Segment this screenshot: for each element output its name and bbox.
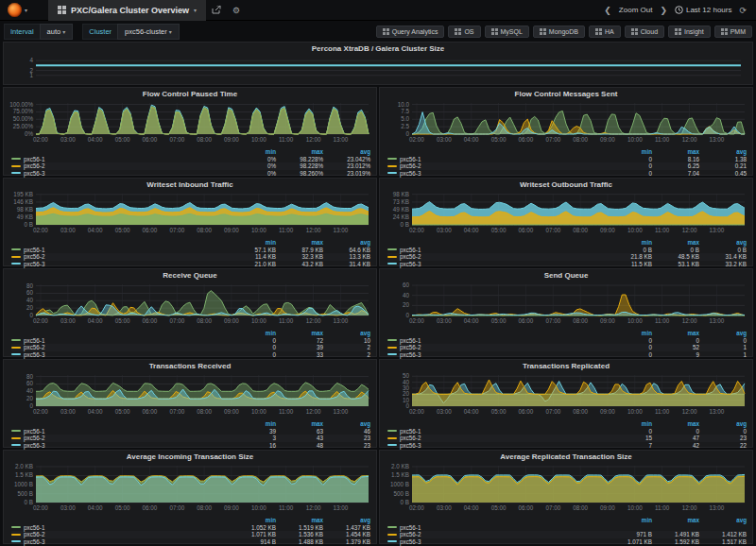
legend-header-min[interactable]: min [605,420,652,427]
chart-area[interactable]: 421 [4,54,747,84]
legend-series-pxc56-3[interactable]: pxc56-3 [11,351,229,358]
cluster-value-dropdown[interactable]: pxc56-cluster ▾ [117,24,180,40]
chart-area[interactable]: 02:0003:0004:0005:0006:0007:0008:0009:00… [4,281,374,326]
legend-header-avg[interactable]: avg [323,330,370,336]
legend-series-pxc56-2[interactable]: pxc56-2 [387,344,605,350]
legend-header-max[interactable]: max [276,239,323,246]
legend-header-min[interactable]: min [605,330,652,336]
legend-header-max[interactable]: max [276,420,323,427]
legend-series-pxc56-3[interactable]: pxc56-3 [11,170,229,177]
chart-area[interactable]: 02:0003:0004:0005:0006:0007:0008:0009:00… [4,462,374,513]
share-icon[interactable] [206,6,227,15]
legend-series-pxc56-2[interactable]: pxc56-2 [387,253,605,260]
legend-header-min[interactable]: min [605,517,652,523]
legend-header-min[interactable]: min [605,239,652,246]
panel-title[interactable]: Percona XtraDB / Galera Cluster Size [4,43,752,54]
legend-header-min[interactable]: min [229,239,276,246]
nav-link-query-analytics[interactable]: Query Analytics [376,26,445,38]
panel-title[interactable]: Average Replicated Transaction Size [380,451,752,462]
legend-series-pxc56-1[interactable]: pxc56-1 [387,156,605,162]
panel-title[interactable]: Transactions Received [4,360,376,371]
nav-link-ha[interactable]: HA [589,26,621,38]
nav-link-mongodb[interactable]: MongoDB [533,26,585,38]
legend-series-pxc56-3[interactable]: pxc56-3 [387,538,605,545]
chart-area[interactable]: 02:0003:0004:0005:0006:0007:0008:0009:00… [380,371,750,417]
legend-series-pxc56-2[interactable]: pxc56-2 [11,531,229,537]
zoom-out-left-icon[interactable]: ❮ [604,6,611,15]
nav-link-mysql[interactable]: MySQL [485,26,529,38]
chart-area[interactable]: 02:0003:0004:0005:0006:0007:0008:0009:00… [380,281,750,326]
legend-header-avg[interactable]: avg [323,239,370,246]
legend-series-pxc56-1[interactable]: pxc56-1 [11,247,229,253]
chart-area[interactable]: 02:0003:0004:0005:0006:0007:0008:0009:00… [380,462,750,513]
legend-series-pxc56-1[interactable]: pxc56-1 [11,524,229,531]
legend-series-pxc56-3[interactable]: pxc56-3 [11,538,229,545]
zoom-out-button[interactable]: Zoom Out [619,6,653,14]
chart-area[interactable]: 02:0003:0004:0005:0006:0007:0008:0009:00… [4,190,374,235]
legend-header-avg[interactable]: avg [699,239,747,246]
legend-header-avg[interactable]: avg [323,420,370,427]
chart-area[interactable]: 02:0003:0004:0005:0006:0007:0008:0009:00… [4,371,374,417]
panel-title[interactable]: Transactions Replicated [380,360,752,371]
legend-header-max[interactable]: max [652,239,699,246]
legend-header-max[interactable]: max [652,517,699,523]
legend-header-avg[interactable]: avg [323,517,370,523]
legend-header-min[interactable]: min [229,330,276,336]
legend-series-pxc56-2[interactable]: pxc56-2 [387,435,605,441]
legend-header-min[interactable]: min [229,148,276,155]
legend-series-pxc56-2[interactable]: pxc56-2 [11,344,229,350]
legend-series-pxc56-1[interactable]: pxc56-1 [11,156,229,162]
chart-area[interactable]: 02:0003:0004:0005:0006:0007:0008:0009:00… [380,190,750,235]
legend-series-pxc56-3[interactable]: pxc56-3 [387,170,605,177]
legend-series-pxc56-1[interactable]: pxc56-1 [387,247,605,253]
panel-title[interactable]: Writeset Outbound Traffic [380,179,752,190]
panel-title[interactable]: Flow Control Paused Time [4,88,376,99]
interval-value-dropdown[interactable]: auto ▾ [40,24,74,40]
grafana-menu[interactable]: ▾ [0,3,35,17]
nav-link-os[interactable]: OS [448,26,480,38]
legend-series-pxc56-2[interactable]: pxc56-2 [11,435,229,441]
legend-header-avg[interactable]: avg [699,517,747,523]
legend-header-max[interactable]: max [652,148,699,155]
time-range-picker[interactable]: Last 12 hours [675,6,731,14]
dashboard-title-chip[interactable]: PXC/Galera Cluster Overview ▾ [48,0,206,21]
legend-header-max[interactable]: max [276,517,323,523]
refresh-icon[interactable]: ⟳ [739,6,747,15]
legend-series-pxc56-1[interactable]: pxc56-1 [387,337,605,344]
legend-header-avg[interactable]: avg [699,420,747,427]
legend-series-pxc56-3[interactable]: pxc56-3 [387,442,605,449]
legend-header-avg[interactable]: avg [699,330,747,336]
panel-title[interactable]: Writeset Inbound Traffic [4,179,376,190]
legend-series-pxc56-1[interactable]: pxc56-1 [11,337,229,344]
gear-icon[interactable]: ⚙ [227,6,246,15]
zoom-out-right-icon[interactable]: ❯ [660,6,667,15]
legend-series-pxc56-3[interactable]: pxc56-3 [11,261,229,267]
panel-title[interactable]: Receive Queue [4,269,376,281]
legend-series-pxc56-1[interactable]: pxc56-1 [387,524,605,531]
chart-area[interactable]: 02:0003:0004:0005:0006:0007:0008:0009:00… [4,99,374,145]
legend-header-min[interactable]: min [605,148,652,155]
nav-link-cloud[interactable]: Cloud [625,26,664,38]
legend-series-pxc56-3[interactable]: pxc56-3 [387,351,605,358]
panel-title[interactable]: Send Queue [380,269,752,281]
panel-title[interactable]: Flow Control Messages Sent [380,88,752,99]
legend-series-pxc56-3[interactable]: pxc56-3 [11,442,229,449]
legend-series-pxc56-2[interactable]: pxc56-2 [387,162,605,169]
chart-area[interactable]: 02:0003:0004:0005:0006:0007:0008:0009:00… [380,99,750,145]
legend-header-avg[interactable]: avg [323,148,370,155]
legend-header-avg[interactable]: avg [699,148,747,155]
nav-link-insight[interactable]: Insight [668,26,711,38]
legend-header-max[interactable]: max [652,330,699,336]
legend-header-max[interactable]: max [652,420,699,427]
legend-header-min[interactable]: min [229,420,276,427]
nav-link-pmm[interactable]: PMM [714,26,752,38]
legend-header-max[interactable]: max [276,330,323,336]
legend-header-min[interactable]: min [229,517,276,523]
legend-series-pxc56-3[interactable]: pxc56-3 [387,261,605,267]
legend-series-pxc56-1[interactable]: pxc56-1 [11,428,229,435]
legend-header-max[interactable]: max [276,148,323,155]
legend-series-pxc56-2[interactable]: pxc56-2 [387,531,605,537]
legend-series-pxc56-2[interactable]: pxc56-2 [11,162,229,169]
legend-series-pxc56-1[interactable]: pxc56-1 [387,428,605,435]
legend-series-pxc56-2[interactable]: pxc56-2 [11,253,229,260]
